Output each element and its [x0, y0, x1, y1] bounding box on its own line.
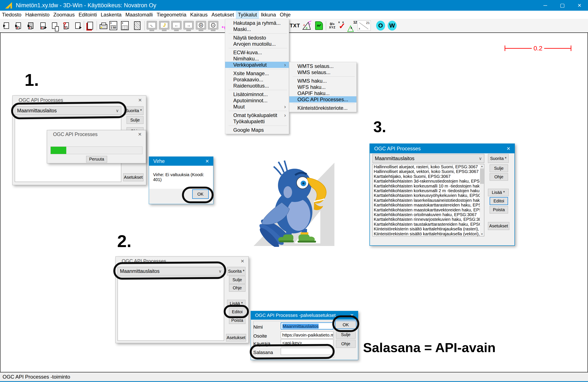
menu-item[interactable]: Muut › — [225, 104, 289, 110]
run-button[interactable]: Suorita * — [124, 106, 144, 115]
menu-item[interactable]: WFS haku... — [289, 84, 357, 90]
process-list-item[interactable]: Kiinteistörekisterin sisältö karttalehti… — [373, 231, 480, 236]
menu-item[interactable]: ECW-kuva... — [225, 49, 289, 56]
process-list-item[interactable]: Hallinnolliset aluejaot, rasteri, koko S… — [373, 164, 480, 169]
menu-item[interactable]: Omat työkalupaletit › — [225, 112, 289, 118]
mean-triangle-icon[interactable]: △x̄12 — [347, 20, 357, 31]
area-m2-icon[interactable]: m² — [314, 20, 324, 31]
menubar-item[interactable]: Editointi — [77, 11, 99, 19]
remove-button[interactable]: Poista — [490, 206, 508, 213]
file-copy-icon[interactable] — [50, 20, 59, 31]
menu-item[interactable]: Kiinteistörekisteriote... — [289, 105, 357, 111]
menu-item[interactable]: Lisätoiminnot... — [225, 91, 289, 97]
check-points-icon[interactable]: x x✓ — [337, 20, 347, 31]
menubar-item[interactable]: Kairaus — [188, 11, 210, 19]
scrollbar[interactable]: ▲ ▼ — [480, 164, 484, 236]
close-icon[interactable]: × — [503, 144, 514, 153]
menu-item[interactable]: Aputoiminnot... — [225, 97, 289, 104]
process-list-item[interactable]: Hallinnolliset aluejaot, vektori, koko S… — [373, 169, 480, 174]
menu-item[interactable]: Xsite Manage... — [225, 70, 289, 76]
file-unknown-icon[interactable]: ? — [62, 20, 71, 31]
name-field[interactable]: Maanmittauslaitos — [281, 323, 333, 329]
close-icon[interactable]: × — [134, 130, 146, 138]
service-select[interactable]: Maanmittauslaitos ∨ — [373, 154, 484, 163]
close-button[interactable]: Sulje — [126, 116, 144, 124]
w-tool-icon[interactable]: W — [387, 20, 397, 31]
run-button[interactable]: Suorita * — [227, 267, 246, 275]
close-icon[interactable]: × — [134, 96, 146, 105]
process-list-item[interactable]: Karttalehtikohtaisten rinnevarjostekuvie… — [373, 217, 480, 222]
process-list-item[interactable]: Karttalehtikohtaisten korkeusmalli 2 m -… — [373, 188, 480, 193]
cross-section-icon[interactable]: 21x — [357, 20, 371, 31]
scroll-thumb[interactable] — [480, 169, 484, 184]
help-button[interactable]: Ohje — [336, 340, 356, 348]
menu-item[interactable]: WMS haku... — [289, 78, 357, 84]
menubar-item[interactable]: Tiegeometria — [155, 11, 188, 19]
settings-button[interactable]: Asetukset — [226, 334, 246, 342]
process-list-item[interactable]: Karttalehtijako, koko Suomi, EPSG:3067 — [373, 174, 480, 179]
help-button[interactable]: Ohje — [490, 173, 508, 181]
maximize-button[interactable]: ▢ — [554, 0, 571, 11]
settings-button[interactable]: Asetukset — [488, 222, 509, 230]
process-list-item[interactable]: Karttalehtikohtaisten korkeusmalli 10 m … — [373, 184, 480, 188]
process-list-item[interactable]: Karttalehtikohtaisten ortoilmakuvien hak… — [373, 212, 480, 217]
cancel-button[interactable]: Peruuta — [86, 156, 107, 162]
process-list-item[interactable]: Karttalehtikohtaisten maastokarttavektor… — [373, 208, 480, 212]
file-move-icon[interactable] — [73, 20, 83, 31]
settings-button[interactable]: Asetukset — [123, 173, 144, 181]
process-list[interactable] — [118, 277, 224, 341]
menubar-item[interactable]: Maastomalli — [123, 11, 155, 19]
o-tool-icon[interactable]: O — [376, 20, 385, 31]
menubar-item[interactable]: Tiedosto — [0, 11, 23, 19]
menu-item[interactable]: Maski... — [225, 26, 289, 32]
run-button[interactable]: Suorita * — [488, 154, 509, 163]
process-list-item[interactable]: Karttalehtikohtaisten laserkeilausaineis… — [373, 198, 480, 203]
triangle-calc-icon[interactable]: A B α — [302, 20, 312, 31]
address-field[interactable]: https://avoin-paikkatieto.maann — [281, 331, 333, 338]
close-icon[interactable]: × — [236, 257, 249, 266]
menu-item[interactable]: Näytä tiedosto — [225, 35, 289, 41]
printer-icon[interactable] — [99, 20, 108, 31]
process-list-item[interactable]: Karttalehtikohtaisten korkeusvyöhykekuvi… — [373, 193, 480, 198]
minimize-button[interactable]: ─ — [537, 0, 554, 11]
help-button[interactable]: Ohje — [229, 284, 246, 292]
add-button[interactable]: Lisää * — [488, 189, 509, 196]
page-setup-icon[interactable]: x — [120, 20, 129, 31]
menubar-item[interactable]: Zoomaus — [52, 11, 77, 19]
fit-view-icon[interactable]: ↔ — [147, 20, 157, 31]
menu-item[interactable]: OGC API Processes... — [289, 96, 357, 102]
close-icon[interactable]: × — [201, 157, 213, 166]
menubar-item[interactable]: Työkalut — [236, 11, 259, 19]
close-button[interactable]: × — [571, 0, 588, 11]
close-button[interactable]: Sulje — [229, 276, 246, 284]
zoom-out-icon[interactable]: − — [208, 20, 218, 31]
menu-item[interactable]: OAPIF haku... — [289, 90, 357, 96]
menubar-item[interactable]: Hakemisto — [23, 11, 51, 19]
process-list-item[interactable]: Karttalehtikohtaisten maastokarttaraster… — [373, 203, 480, 207]
menu-item[interactable]: Hakutapa ja ryhmä... — [225, 20, 289, 26]
file-export-icon[interactable] — [38, 20, 48, 31]
document-icon[interactable] — [85, 20, 95, 31]
process-list-item[interactable]: Karttalehtikohtaisten 3d-rakennustiedost… — [373, 179, 480, 183]
menu-item[interactable]: WMTS selaus... — [289, 63, 357, 69]
txt-icon[interactable]: TXT — [290, 20, 300, 31]
next-view-icon[interactable]: → — [184, 20, 194, 31]
file-read-icon[interactable] — [2, 20, 11, 31]
menu-item[interactable]: Google Maps — [225, 127, 289, 133]
process-list-item[interactable]: Karttalehtikohtaisten taustakarttaraster… — [373, 222, 480, 227]
menu-item[interactable]: Porakaavio... — [225, 76, 289, 83]
menu-item[interactable]: Arvojen muotoilu... — [225, 41, 289, 47]
file-format-icon[interactable] — [26, 20, 36, 31]
scroll-down-icon[interactable]: ▼ — [480, 232, 484, 236]
hatch-document-icon[interactable] — [133, 20, 142, 31]
menu-item[interactable]: WMS selaus... — [289, 69, 357, 75]
pan-view-icon[interactable]: J — [159, 20, 169, 31]
menu-item[interactable]: Verkkopalvelut › — [225, 62, 289, 68]
file-write-icon[interactable] — [14, 20, 23, 31]
menubar-item[interactable]: Ikkuna — [259, 11, 278, 19]
scroll-up-icon[interactable]: ▲ — [480, 164, 484, 168]
edit-button[interactable]: Editoi — [490, 197, 508, 205]
menubar-item[interactable]: Laskenta — [99, 11, 123, 19]
close-button[interactable]: Sulje — [490, 164, 508, 172]
menubar-item[interactable]: Asetukset — [210, 11, 236, 19]
